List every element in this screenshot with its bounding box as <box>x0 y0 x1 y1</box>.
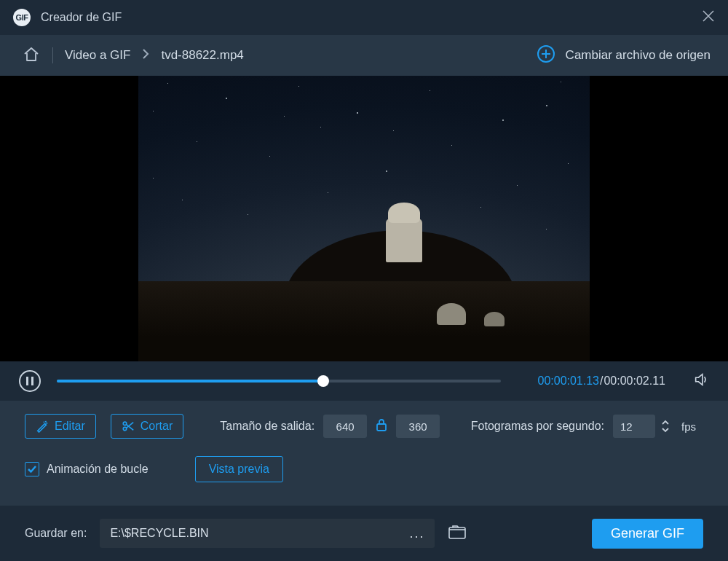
preview-ground <box>138 281 590 361</box>
scissors-icon <box>122 420 135 433</box>
loop-checkbox[interactable]: Animación de bucle <box>25 462 149 476</box>
seek-fill <box>57 380 323 382</box>
edit-label: Editar <box>55 420 85 433</box>
chevron-up-icon <box>661 420 670 425</box>
cut-button[interactable]: Cortar <box>111 414 183 439</box>
seek-track[interactable] <box>57 380 501 382</box>
fps-label: Fotogramas por segundo: <box>471 420 604 433</box>
app-icon: GIF <box>13 9 31 26</box>
preview-observatory <box>386 219 422 262</box>
options-row-top: Editar Cortar Tamaño de salida: 640 360 … <box>25 414 703 439</box>
crumb-file: tvd-88622.mp4 <box>161 48 243 63</box>
open-folder-icon[interactable] <box>448 524 467 543</box>
time-duration: 00:00:02.11 <box>604 374 665 388</box>
height-input[interactable]: 360 <box>396 415 440 438</box>
fps-group: Fotogramas por segundo: 12 fps <box>471 415 696 438</box>
save-path-text: E:\$RECYCLE.BIN <box>110 527 208 540</box>
save-label: Guardar en: <box>25 527 87 540</box>
chevron-down-icon <box>661 427 670 433</box>
change-source-label: Cambiar archivo de origen <box>566 48 711 63</box>
chevron-right-icon <box>142 48 149 63</box>
pause-icon <box>26 377 33 385</box>
fps-input[interactable]: 12 <box>613 415 655 438</box>
seek-thumb[interactable] <box>317 375 329 387</box>
titlebar: GIF Creador de GIF <box>0 0 728 35</box>
cut-label: Cortar <box>141 420 173 433</box>
preview-dome-small <box>484 312 505 326</box>
preview-button[interactable]: Vista previa <box>195 456 283 482</box>
wand-icon <box>36 420 49 433</box>
time-separator: / <box>600 374 603 388</box>
home-icon[interactable] <box>22 44 41 66</box>
generate-button[interactable]: Generar GIF <box>592 519 703 549</box>
plus-circle-icon <box>537 44 555 66</box>
loop-label: Animación de bucle <box>47 463 149 476</box>
options-panel: Editar Cortar Tamaño de salida: 640 360 … <box>0 401 728 506</box>
breadcrumb-left: Video a GIF tvd-88622.mp4 <box>22 44 244 66</box>
lock-icon[interactable] <box>376 418 387 434</box>
video-frame <box>138 76 590 361</box>
save-path-field[interactable]: E:\$RECYCLE.BIN ... <box>100 519 435 548</box>
checkbox-icon <box>25 462 39 476</box>
title-left: GIF Creador de GIF <box>13 9 122 26</box>
output-size-group: Tamaño de salida: 640 360 <box>220 415 440 438</box>
crumb-section[interactable]: Video a GIF <box>65 48 130 63</box>
close-icon[interactable] <box>702 9 715 26</box>
output-size-label: Tamaño de salida: <box>220 420 314 433</box>
fps-stepper[interactable] <box>661 420 670 433</box>
options-row-bottom: Animación de bucle Vista previa <box>25 456 703 482</box>
pause-button[interactable] <box>19 370 41 392</box>
playback-bar: 00:00:01.13 / 00:00:02.11 <box>0 361 728 401</box>
volume-icon[interactable] <box>693 372 709 391</box>
width-input[interactable]: 640 <box>323 415 367 438</box>
video-preview <box>0 76 728 361</box>
browse-more-button[interactable]: ... <box>409 526 424 541</box>
breadcrumb: Video a GIF tvd-88622.mp4 Cambiar archiv… <box>0 35 728 76</box>
app-title: Creador de GIF <box>41 11 122 24</box>
crumb-separator <box>52 47 53 63</box>
time-display: 00:00:01.13 / 00:00:02.11 <box>537 374 665 388</box>
preview-dome <box>437 303 466 325</box>
time-current: 00:00:01.13 <box>537 374 599 388</box>
footer: Guardar en: E:\$RECYCLE.BIN ... Generar … <box>0 506 728 561</box>
svg-rect-3 <box>377 424 386 431</box>
fps-unit: fps <box>681 420 696 433</box>
change-source-button[interactable]: Cambiar archivo de origen <box>537 44 711 66</box>
edit-button[interactable]: Editar <box>25 414 96 439</box>
